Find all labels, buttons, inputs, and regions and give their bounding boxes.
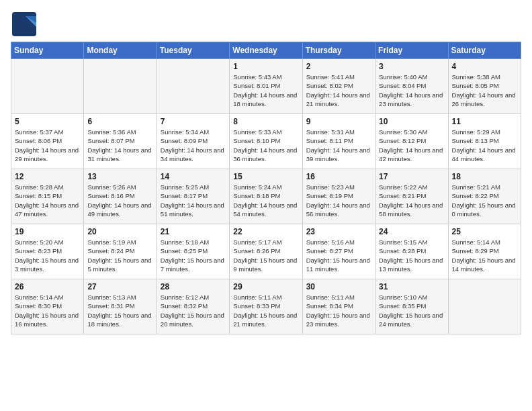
calendar-cell	[11, 59, 84, 114]
calendar-cell: 23Sunrise: 5:16 AM Sunset: 8:27 PM Dayli…	[302, 224, 375, 279]
day-number: 27	[87, 282, 152, 291]
calendar-cell: 29Sunrise: 5:11 AM Sunset: 8:33 PM Dayli…	[230, 279, 302, 334]
calendar-cell: 15Sunrise: 5:24 AM Sunset: 8:18 PM Dayli…	[230, 169, 302, 224]
day-number: 25	[452, 227, 517, 236]
page-header	[11, 11, 521, 35]
day-info: Sunrise: 5:29 AM Sunset: 8:13 PM Dayligh…	[452, 128, 517, 163]
header-thursday: Thursday	[302, 42, 375, 59]
day-number: 18	[452, 172, 517, 181]
day-number: 14	[161, 172, 226, 181]
day-info: Sunrise: 5:11 AM Sunset: 8:34 PM Dayligh…	[306, 293, 371, 328]
day-info: Sunrise: 5:21 AM Sunset: 8:22 PM Dayligh…	[452, 183, 517, 218]
calendar-cell: 21Sunrise: 5:18 AM Sunset: 8:25 PM Dayli…	[157, 224, 229, 279]
day-number: 26	[15, 282, 80, 291]
header-friday: Friday	[375, 42, 448, 59]
calendar-week-row: 12Sunrise: 5:28 AM Sunset: 8:15 PM Dayli…	[11, 169, 521, 224]
calendar-cell: 27Sunrise: 5:13 AM Sunset: 8:31 PM Dayli…	[84, 279, 157, 334]
calendar-cell: 4Sunrise: 5:38 AM Sunset: 8:05 PM Daylig…	[448, 59, 521, 114]
day-info: Sunrise: 5:19 AM Sunset: 8:24 PM Dayligh…	[87, 238, 152, 273]
day-number: 21	[161, 227, 226, 236]
day-info: Sunrise: 5:16 AM Sunset: 8:27 PM Dayligh…	[306, 238, 371, 273]
calendar-cell: 3Sunrise: 5:40 AM Sunset: 8:04 PM Daylig…	[375, 59, 448, 114]
day-number: 20	[87, 227, 152, 236]
day-info: Sunrise: 5:33 AM Sunset: 8:10 PM Dayligh…	[233, 128, 298, 163]
day-number: 30	[306, 282, 371, 291]
day-number: 24	[379, 227, 444, 236]
day-number: 23	[306, 227, 371, 236]
day-info: Sunrise: 5:23 AM Sunset: 8:19 PM Dayligh…	[306, 183, 371, 218]
day-info: Sunrise: 5:28 AM Sunset: 8:15 PM Dayligh…	[15, 183, 80, 218]
day-info: Sunrise: 5:26 AM Sunset: 8:16 PM Dayligh…	[87, 183, 152, 218]
day-number: 1	[233, 62, 298, 71]
day-info: Sunrise: 5:43 AM Sunset: 8:01 PM Dayligh…	[233, 73, 298, 108]
calendar-cell: 14Sunrise: 5:25 AM Sunset: 8:17 PM Dayli…	[157, 169, 229, 224]
day-info: Sunrise: 5:17 AM Sunset: 8:26 PM Dayligh…	[233, 238, 298, 273]
day-info: Sunrise: 5:10 AM Sunset: 8:35 PM Dayligh…	[379, 293, 444, 328]
day-number: 28	[161, 282, 226, 291]
calendar-cell: 9Sunrise: 5:31 AM Sunset: 8:11 PM Daylig…	[302, 114, 375, 169]
day-info: Sunrise: 5:22 AM Sunset: 8:21 PM Dayligh…	[379, 183, 444, 218]
calendar-table: Sunday Monday Tuesday Wednesday Thursday…	[11, 42, 521, 334]
header-wednesday: Wednesday	[230, 42, 302, 59]
calendar-cell: 8Sunrise: 5:33 AM Sunset: 8:10 PM Daylig…	[230, 114, 302, 169]
calendar-cell: 26Sunrise: 5:14 AM Sunset: 8:30 PM Dayli…	[11, 279, 84, 334]
calendar-week-row: 1Sunrise: 5:43 AM Sunset: 8:01 PM Daylig…	[11, 59, 521, 114]
day-number: 13	[87, 172, 152, 181]
day-number: 12	[15, 172, 80, 181]
calendar-cell: 1Sunrise: 5:43 AM Sunset: 8:01 PM Daylig…	[230, 59, 302, 114]
calendar-page: Sunday Monday Tuesday Wednesday Thursday…	[0, 0, 532, 411]
calendar-cell: 18Sunrise: 5:21 AM Sunset: 8:22 PM Dayli…	[448, 169, 521, 224]
calendar-cell: 13Sunrise: 5:26 AM Sunset: 8:16 PM Dayli…	[84, 169, 157, 224]
calendar-cell: 31Sunrise: 5:10 AM Sunset: 8:35 PM Dayli…	[375, 279, 448, 334]
calendar-cell: 25Sunrise: 5:14 AM Sunset: 8:29 PM Dayli…	[448, 224, 521, 279]
day-info: Sunrise: 5:24 AM Sunset: 8:18 PM Dayligh…	[233, 183, 298, 218]
day-info: Sunrise: 5:13 AM Sunset: 8:31 PM Dayligh…	[87, 293, 152, 328]
day-info: Sunrise: 5:40 AM Sunset: 8:04 PM Dayligh…	[379, 73, 444, 108]
day-info: Sunrise: 5:15 AM Sunset: 8:28 PM Dayligh…	[379, 238, 444, 273]
day-number: 7	[161, 117, 226, 126]
day-number: 8	[233, 117, 298, 126]
day-info: Sunrise: 5:41 AM Sunset: 8:02 PM Dayligh…	[306, 73, 371, 108]
calendar-cell: 19Sunrise: 5:20 AM Sunset: 8:23 PM Dayli…	[11, 224, 84, 279]
svg-rect-0	[12, 12, 36, 36]
day-info: Sunrise: 5:12 AM Sunset: 8:32 PM Dayligh…	[161, 293, 226, 328]
day-info: Sunrise: 5:25 AM Sunset: 8:17 PM Dayligh…	[161, 183, 226, 218]
day-number: 17	[379, 172, 444, 181]
calendar-cell: 11Sunrise: 5:29 AM Sunset: 8:13 PM Dayli…	[448, 114, 521, 169]
header-monday: Monday	[84, 42, 157, 59]
weekday-header-row: Sunday Monday Tuesday Wednesday Thursday…	[11, 42, 521, 59]
calendar-cell: 6Sunrise: 5:36 AM Sunset: 8:07 PM Daylig…	[84, 114, 157, 169]
day-info: Sunrise: 5:20 AM Sunset: 8:23 PM Dayligh…	[15, 238, 80, 273]
day-info: Sunrise: 5:18 AM Sunset: 8:25 PM Dayligh…	[161, 238, 226, 273]
header-sunday: Sunday	[11, 42, 84, 59]
day-number: 22	[233, 227, 298, 236]
day-number: 31	[379, 282, 444, 291]
calendar-cell: 5Sunrise: 5:37 AM Sunset: 8:06 PM Daylig…	[11, 114, 84, 169]
day-number: 2	[306, 62, 371, 71]
day-info: Sunrise: 5:14 AM Sunset: 8:29 PM Dayligh…	[452, 238, 517, 273]
day-number: 10	[379, 117, 444, 126]
logo	[11, 11, 36, 35]
header-tuesday: Tuesday	[157, 42, 229, 59]
calendar-cell: 22Sunrise: 5:17 AM Sunset: 8:26 PM Dayli…	[230, 224, 302, 279]
calendar-cell	[84, 59, 157, 114]
header-saturday: Saturday	[448, 42, 521, 59]
day-number: 3	[379, 62, 444, 71]
logo-icon	[11, 11, 35, 35]
day-number: 19	[15, 227, 80, 236]
calendar-cell: 28Sunrise: 5:12 AM Sunset: 8:32 PM Dayli…	[157, 279, 229, 334]
day-number: 29	[233, 282, 298, 291]
day-number: 9	[306, 117, 371, 126]
day-info: Sunrise: 5:31 AM Sunset: 8:11 PM Dayligh…	[306, 128, 371, 163]
calendar-cell: 30Sunrise: 5:11 AM Sunset: 8:34 PM Dayli…	[302, 279, 375, 334]
day-info: Sunrise: 5:14 AM Sunset: 8:30 PM Dayligh…	[15, 293, 80, 328]
calendar-cell: 20Sunrise: 5:19 AM Sunset: 8:24 PM Dayli…	[84, 224, 157, 279]
calendar-cell	[157, 59, 229, 114]
day-info: Sunrise: 5:30 AM Sunset: 8:12 PM Dayligh…	[379, 128, 444, 163]
calendar-cell: 24Sunrise: 5:15 AM Sunset: 8:28 PM Dayli…	[375, 224, 448, 279]
calendar-week-row: 5Sunrise: 5:37 AM Sunset: 8:06 PM Daylig…	[11, 114, 521, 169]
calendar-week-row: 19Sunrise: 5:20 AM Sunset: 8:23 PM Dayli…	[11, 224, 521, 279]
calendar-cell: 2Sunrise: 5:41 AM Sunset: 8:02 PM Daylig…	[302, 59, 375, 114]
day-info: Sunrise: 5:11 AM Sunset: 8:33 PM Dayligh…	[233, 293, 298, 328]
calendar-cell: 12Sunrise: 5:28 AM Sunset: 8:15 PM Dayli…	[11, 169, 84, 224]
